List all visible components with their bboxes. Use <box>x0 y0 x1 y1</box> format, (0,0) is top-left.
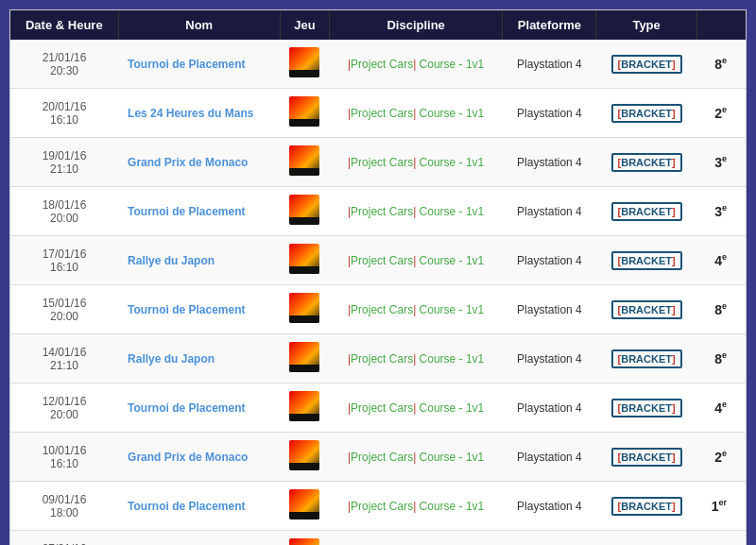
cell-rank: 8e <box>696 40 746 89</box>
cell-plateforme: Playstation 4 <box>503 89 596 138</box>
bracket-pipe-left: [ <box>618 501 622 512</box>
cell-date: 15/01/1620:00 <box>10 285 118 334</box>
rank-suffix: er <box>718 498 727 507</box>
cell-jeu <box>280 383 329 433</box>
table-row: 09/01/1618:00Tournoi de Placement|Projec… <box>10 482 746 531</box>
cell-type: [BRACKET] <box>596 482 696 531</box>
table-header-row: Date & Heure Nom Jeu Discipline Platefor… <box>10 10 746 40</box>
cell-plateforme: Playstation 4 <box>503 334 596 383</box>
cell-rank: 2e <box>696 433 746 482</box>
bracket-badge: [BRACKET] <box>611 300 682 319</box>
cell-discipline: |Project Cars| Course - 1v1 <box>329 89 503 138</box>
cell-jeu <box>280 334 329 383</box>
cell-date: 14/01/1621:10 <box>10 334 118 383</box>
cell-nom: Les 24 Heures du Mans <box>118 89 280 138</box>
bracket-pipe-left: [ <box>618 108 622 119</box>
cell-nom: Tournoi de Placement <box>118 40 280 89</box>
cell-nom: Tournoi de Placement <box>118 383 280 433</box>
cell-discipline: |Project Cars| Course - 1v1 <box>329 383 503 433</box>
bracket-pipe-right: ] <box>672 402 676 414</box>
cell-type: [BRACKET] <box>596 40 696 89</box>
cell-nom: Grand Prix de Monaco <box>118 433 280 482</box>
cell-discipline: |Project Cars| Course - 1v1 <box>329 433 503 482</box>
game-icon <box>289 293 319 323</box>
cell-plateforme: Playstation 4 <box>503 433 596 482</box>
cell-nom: Tournoi de Placement <box>118 531 280 546</box>
cell-date: 21/01/1620:30 <box>10 40 118 89</box>
cell-rank: 4e <box>696 383 746 433</box>
col-date-header: Date & Heure <box>10 10 118 40</box>
rank-suffix: e <box>722 203 727 213</box>
bracket-pipe-left: [ <box>618 157 622 168</box>
rank-suffix: e <box>722 350 727 360</box>
cell-nom: Rallye du Japon <box>118 334 280 383</box>
game-icon <box>289 342 319 372</box>
cell-type: [BRACKET] <box>596 531 696 546</box>
game-icon <box>289 538 319 545</box>
cell-type: [BRACKET] <box>596 383 696 433</box>
table-row: 07/01/1620:30Tournoi de Placement|Projec… <box>10 531 746 546</box>
table-row: 15/01/1620:00Tournoi de Placement|Projec… <box>10 285 746 334</box>
cell-nom: Tournoi de Placement <box>118 187 280 236</box>
cell-discipline: |Project Cars| Course - 1v1 <box>329 236 503 285</box>
rank-suffix: e <box>722 301 727 311</box>
bracket-pipe-left: [ <box>618 59 622 70</box>
rank-suffix: e <box>722 56 727 65</box>
bracket-pipe-right: ] <box>672 108 676 119</box>
rank-suffix: e <box>722 105 727 114</box>
cell-discipline: |Project Cars| Course - 1v1 <box>329 187 503 236</box>
game-icon <box>289 244 319 274</box>
game-icon <box>289 440 319 470</box>
game-icon <box>289 489 319 519</box>
cell-discipline: |Project Cars| Course - 1v1 <box>329 482 503 531</box>
cell-rank: 2e <box>696 89 746 138</box>
cell-date: 20/01/1616:10 <box>10 89 118 138</box>
cell-jeu <box>280 433 329 482</box>
bracket-pipe-right: ] <box>672 255 676 266</box>
bracket-pipe-left: [ <box>618 402 622 414</box>
bracket-pipe-left: [ <box>618 255 622 266</box>
cell-jeu <box>280 531 329 546</box>
bracket-pipe-right: ] <box>672 59 676 70</box>
cell-rank: 3e <box>696 138 746 187</box>
cell-nom: Tournoi de Placement <box>118 285 280 334</box>
cell-plateforme: Playstation 4 <box>503 236 596 285</box>
bracket-pipe-right: ] <box>672 353 676 365</box>
game-icon <box>289 96 319 127</box>
table-row: 20/01/1616:10Les 24 Heures du Mans|Proje… <box>10 89 746 138</box>
bracket-pipe-right: ] <box>672 451 676 463</box>
cell-jeu <box>280 236 329 285</box>
results-table-container: Date & Heure Nom Jeu Discipline Platefor… <box>9 9 747 545</box>
bracket-pipe-right: ] <box>672 157 676 168</box>
bracket-badge: [BRACKET] <box>611 153 682 172</box>
game-icon <box>289 47 319 77</box>
results-table: Date & Heure Nom Jeu Discipline Platefor… <box>10 10 746 545</box>
cell-date: 19/01/1621:10 <box>10 138 118 187</box>
cell-date: 12/01/1620:00 <box>10 383 118 433</box>
col-discipline-header: Discipline <box>329 10 503 40</box>
cell-jeu <box>280 40 329 89</box>
bracket-badge: [BRACKET] <box>611 399 682 417</box>
cell-discipline: |Project Cars| Course - 1v1 <box>329 531 503 546</box>
cell-type: [BRACKET] <box>596 433 696 482</box>
bracket-pipe-left: [ <box>618 353 622 365</box>
cell-discipline: |Project Cars| Course - 1v1 <box>329 40 503 89</box>
cell-jeu <box>280 138 329 187</box>
cell-plateforme: Playstation 4 <box>503 482 596 531</box>
cell-jeu <box>280 285 329 334</box>
cell-plateforme: Playstation 4 <box>503 285 596 334</box>
table-row: 12/01/1620:00Tournoi de Placement|Projec… <box>10 383 746 433</box>
cell-discipline: |Project Cars| Course - 1v1 <box>329 138 503 187</box>
col-rank-header <box>696 10 746 40</box>
rank-suffix: e <box>722 449 727 458</box>
cell-type: [BRACKET] <box>596 187 696 236</box>
cell-discipline: |Project Cars| Course - 1v1 <box>329 334 503 383</box>
cell-plateforme: Playstation 4 <box>503 531 596 546</box>
col-jeu-header: Jeu <box>280 10 329 40</box>
bracket-badge: [BRACKET] <box>611 104 682 123</box>
rank-suffix: e <box>722 400 727 409</box>
cell-discipline: |Project Cars| Course - 1v1 <box>329 285 503 334</box>
bracket-pipe-right: ] <box>672 304 676 315</box>
game-icon <box>289 195 319 225</box>
cell-plateforme: Playstation 4 <box>503 383 596 433</box>
